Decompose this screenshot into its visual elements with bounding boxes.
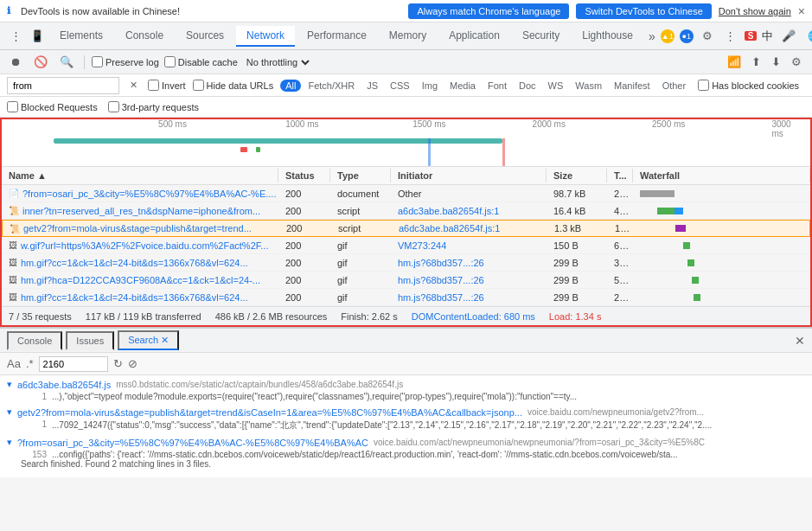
match-language-button[interactable]: Always match Chrome's language [408,3,569,19]
toolbar-settings-button[interactable]: ⚙ [788,54,805,69]
chevron-icon-0: ▾ [7,379,12,390]
tab-network[interactable]: Network [236,26,295,47]
regex-button[interactable]: .* [26,357,34,370]
cell-initiator-1[interactable]: a6dc3abe.ba82654f.js:1 [391,205,547,217]
filter-clear-button[interactable]: ✕ [126,79,141,92]
col-waterfall: Waterfall [633,169,810,182]
filter-input[interactable] [7,77,119,94]
tab-performance[interactable]: Performance [297,26,377,47]
transferred-size: 117 kB / 119 kB transferred [86,311,201,322]
img-icon-4: 🖼 [9,292,17,302]
has-blocked-checkbox[interactable] [698,80,709,91]
tab-lighthouse[interactable]: Lighthouse [572,26,643,47]
filter-img-button[interactable]: Img [417,80,443,92]
tab-memory[interactable]: Memory [379,26,437,47]
more-tabs-button[interactable]: » [645,28,659,45]
throttle-select[interactable]: No throttling Fast 3G Slow 3G [243,56,312,68]
bottom-tabs: Console Issues Search ✕ ✕ [0,329,812,353]
bottom-close-button[interactable]: ✕ [795,334,805,348]
has-blocked-label[interactable]: Has blocked cookies [698,80,799,91]
result-header-1[interactable]: ▾ getv2?from=mola-virus&stage=publish&ta… [7,406,805,418]
search-text-input[interactable] [39,356,108,372]
customize-button[interactable]: ⋮ [721,28,739,44]
filter-toggle-button[interactable]: 🔍 [56,54,77,69]
filter-css-button[interactable]: CSS [385,80,415,92]
table-row[interactable]: 🖼 hm.gif?cc=1&ck=1&cl=24-bit&ds=1366x768… [2,289,810,306]
upload-button[interactable]: ⬆ [748,54,764,69]
banner-close-button[interactable]: × [798,4,805,18]
tab-security[interactable]: Security [512,26,570,47]
tab-console[interactable]: Console [115,26,174,47]
result-url-1: voice.baidu.com/newpneumonia/getv2?from.… [527,407,704,417]
load-time: Load: 1.34 s [549,311,602,322]
filter-font-button[interactable]: Font [483,80,512,92]
blocked-requests-checkbox[interactable] [7,101,18,112]
filter-all-button[interactable]: All [280,80,301,92]
result-header-2[interactable]: ▾ ?from=osari_pc_3&city=%E5%8C%97%E4%BA%… [7,437,805,448]
dom-content-loaded[interactable]: DOMContentLoaded: 680 ms [412,311,535,322]
filter-manifest-button[interactable]: Manifest [609,80,655,92]
cell-status-2: 200 [279,222,331,234]
switch-devtools-button[interactable]: Switch DevTools to Chinese [576,3,711,19]
filter-doc-button[interactable]: Doc [514,80,541,92]
preserve-log-label[interactable]: Preserve log [92,56,159,67]
translate-button[interactable]: 🌐 [804,28,812,44]
aa-button[interactable]: Aa [7,357,21,370]
blocked-requests-label[interactable]: Blocked Requests [7,101,98,112]
refresh-search-button[interactable]: ↻ [113,357,123,370]
devtools-menu-button[interactable]: ⋮ [7,28,25,44]
table-row[interactable]: 📜 inner?tn=reserved_all_res_tn&dspName=i… [2,202,810,220]
table-row[interactable]: 📄 ?from=osari_pc_3&city=%E5%8C%97%E4%BA%… [2,185,810,202]
tab-sources[interactable]: Sources [176,26,234,47]
tab-elements[interactable]: Elements [49,26,113,47]
dont-show-again-button[interactable]: Don't show again [719,6,791,16]
invert-checkbox[interactable] [148,80,159,91]
clear-button[interactable]: 🚫 [30,54,51,69]
filter-fetchxhr-button[interactable]: Fetch/XHR [303,80,360,92]
result-line-1-0: 1 ...7092_14247({"status":0,"msg":"succe… [21,419,805,432]
cell-status-0: 200 [278,188,330,200]
download-button[interactable]: ⬇ [768,54,784,69]
clear-search-button[interactable]: ⊘ [128,357,137,370]
cell-type-0: document [330,188,391,200]
mic-button[interactable]: 🎤 [778,28,799,44]
filter-other-button[interactable]: Other [657,80,692,92]
filter-wasm-button[interactable]: Wasm [570,80,607,92]
result-header-0[interactable]: ▾ a6dc3abe.ba82654f.js mss0.bdstatic.com… [7,379,805,390]
cell-status-5: 200 [278,274,330,286]
table-row[interactable]: 🖼 hm.gif?hca=D122CCA93CF9608A&cc=1&ck=1&… [2,272,810,289]
cell-initiator-3[interactable]: VM273:244 [391,240,547,252]
bottom-tab-search[interactable]: Search ✕ [118,330,179,350]
device-toggle-button[interactable]: 📱 [27,28,48,44]
blocked-bar: Blocked Requests 3rd-party requests [0,97,812,118]
cell-initiator-6[interactable]: hm.js?68bd357...:26 [391,291,547,304]
cell-initiator-5[interactable]: hm.js?68bd357...:26 [391,274,547,286]
tab-application[interactable]: Application [438,26,510,47]
disable-cache-label[interactable]: Disable cache [164,56,238,67]
invert-label[interactable]: Invert [148,80,186,91]
table-row[interactable]: 📜 getv2?from=mola-virus&stage=publish&ta… [2,220,810,237]
bottom-tab-issues[interactable]: Issues [66,331,114,350]
img-icon-2: 🖼 [9,258,17,267]
doc-icon: 📄 [9,189,19,198]
settings-button[interactable]: ⚙ [699,28,716,44]
cell-initiator-2[interactable]: a6dc3abe.ba82654f.js:1 [392,222,547,234]
third-party-label[interactable]: 3rd-party requests [108,101,199,112]
resources-size: 486 kB / 2.6 MB resources [215,311,328,322]
preserve-log-checkbox[interactable] [92,56,103,67]
filter-js-button[interactable]: JS [361,80,383,92]
hide-data-urls-label[interactable]: Hide data URLs [193,80,274,91]
col-type: Type [330,169,391,182]
filter-media-button[interactable]: Media [444,80,481,92]
wifi-button[interactable]: 📶 [724,54,745,69]
record-button[interactable]: ⏺ [7,54,25,69]
third-party-checkbox[interactable] [108,101,119,112]
hide-data-urls-checkbox[interactable] [193,80,204,91]
disable-cache-checkbox[interactable] [164,56,176,67]
bottom-tab-console[interactable]: Console [7,331,62,350]
cell-initiator-4[interactable]: hm.js?68bd357...:26 [391,257,547,269]
table-row[interactable]: 🖼 hm.gif?cc=1&ck=1&cl=24-bit&ds=1366x768… [2,254,810,272]
filter-ws-button[interactable]: WS [543,80,569,92]
table-row[interactable]: 🖼 w.gif?url=https%3A%2F%2Fvoice.baidu.co… [2,237,810,254]
result-filename-2: ?from=osari_pc_3&city=%E5%8C%97%E4%BA%AC… [17,438,368,448]
